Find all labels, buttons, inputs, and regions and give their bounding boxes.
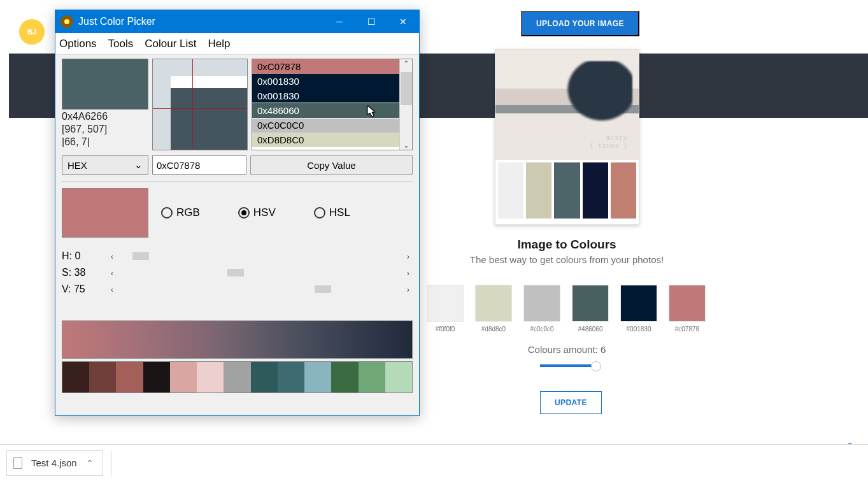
swatch-cell[interactable] (89, 362, 116, 392)
crosshair-h (153, 108, 247, 109)
colour-list-row[interactable]: 0xC0C0C0 (252, 118, 412, 133)
minimize-button[interactable]: ─ (324, 10, 355, 33)
preview-swatch (526, 162, 551, 219)
colours-amount-slider[interactable] (540, 364, 595, 367)
download-bar: Test 4.json ⌃ (0, 444, 868, 481)
menu-tools[interactable]: Tools (108, 38, 134, 50)
scroll-down-icon[interactable]: ⌄ (403, 141, 409, 150)
slider-right-icon[interactable]: › (404, 252, 413, 261)
palette-swatch (427, 285, 464, 322)
close-button[interactable]: ✕ (387, 10, 419, 33)
secondary-swatch (62, 188, 148, 238)
colour-list-row[interactable]: 0x486060 (252, 103, 412, 118)
palette-item[interactable]: #486060 (572, 285, 609, 333)
slider-track[interactable] (124, 251, 396, 261)
current-hex: 0x4A6266 (62, 111, 148, 122)
format-select[interactable]: HEX ⌄ (62, 155, 148, 175)
swatch-cell[interactable] (62, 362, 89, 392)
current-color-swatch (62, 59, 148, 110)
slider-right-icon[interactable]: › (404, 268, 413, 278)
palette-item[interactable]: #c0c0c0 (523, 285, 560, 333)
swatch-cell[interactable] (251, 362, 278, 392)
swatch-row[interactable] (62, 361, 413, 393)
scroll-up-icon[interactable]: ⌃ (403, 59, 409, 68)
download-separator (111, 450, 111, 476)
current-offset: |66, 7| (62, 136, 148, 148)
radio-hsv[interactable]: HSV (238, 206, 276, 219)
radio-rgb[interactable]: RGB (161, 206, 200, 219)
update-button[interactable]: UPDATE (540, 391, 602, 414)
page-subtitle: The best way to get colours from your ph… (427, 254, 707, 265)
file-icon (13, 457, 22, 469)
colour-list-scrollbar[interactable]: ⌃ ⌄ (399, 59, 412, 150)
colour-list-row[interactable]: 0xD8D8C0 (252, 133, 412, 147)
page-title: Image to Colours (427, 238, 707, 252)
slider-label: H: 0 (62, 250, 100, 262)
preview-swatch (611, 162, 636, 219)
menu-help[interactable]: Help (208, 38, 231, 50)
preview-swatches (495, 160, 639, 221)
upload-image-button[interactable]: UPLOAD YOUR IMAGE (521, 11, 639, 36)
palette-item[interactable]: #c07878 (669, 285, 706, 333)
download-chip[interactable]: Test 4.json ⌃ (6, 450, 103, 476)
slider-track[interactable] (124, 268, 396, 278)
current-coords: [967, 507] (62, 124, 148, 135)
slider-row[interactable]: S: 38 ‹ › (62, 264, 413, 281)
swatch-cell[interactable] (385, 362, 412, 392)
preview-swatch (583, 162, 608, 219)
colour-list[interactable]: 0xC078780x0018300x0018300x4860600xC0C0C0… (252, 59, 413, 150)
palette-hex-label: #d8d8c0 (475, 326, 512, 333)
format-select-value: HEX (68, 160, 87, 171)
palette-item[interactable]: #001830 (620, 285, 657, 333)
swatch-cell[interactable] (143, 362, 170, 392)
swatch-cell[interactable] (197, 362, 224, 392)
colour-list-row[interactable]: 0x001830 (252, 89, 412, 103)
scroll-thumb[interactable] (401, 72, 412, 105)
swatch-cell[interactable] (170, 362, 197, 392)
swatch-cell[interactable] (224, 362, 250, 392)
slider-left-icon[interactable]: ‹ (108, 268, 117, 278)
palette-item[interactable]: #d8d8c0 (475, 285, 512, 333)
jcp-body: 0x4A6266 [967, 507] |66, 7| 0xC078780x00… (55, 55, 419, 415)
palette-swatch (572, 285, 609, 322)
swatch-cell[interactable] (331, 362, 358, 392)
radio-hsl[interactable]: HSL (314, 206, 350, 219)
palette-item[interactable]: #f0f0f0 (427, 285, 464, 333)
swatch-cell[interactable] (116, 362, 143, 392)
heading-block: Image to Colours The best way to get col… (427, 238, 707, 265)
slider-left-icon[interactable]: ‹ (108, 252, 117, 261)
palette-hex-label: #486060 (572, 326, 609, 333)
palette-hex-label: #c0c0c0 (523, 326, 560, 333)
maximize-button[interactable]: ☐ (355, 10, 387, 33)
preview-image-caption: misty { tones } (590, 134, 627, 150)
preview-image: misty { tones } (495, 50, 639, 160)
colour-list-row[interactable]: 0x001830 (252, 74, 412, 89)
slider-row[interactable]: V: 75 ‹ › (62, 281, 413, 298)
chevron-up-icon[interactable]: ⌃ (86, 458, 94, 468)
crosshair-v (192, 59, 193, 150)
menu-options[interactable]: Options (59, 38, 97, 50)
slider-row[interactable]: H: 0 ‹ › (62, 248, 413, 264)
avatar[interactable]: BJ (19, 19, 45, 45)
hex-input[interactable] (152, 155, 246, 175)
preview-swatch (498, 162, 523, 219)
palette-hex-label: #001830 (620, 326, 657, 333)
chevron-down-icon: ⌄ (134, 159, 143, 171)
swatch-cell[interactable] (304, 362, 331, 392)
colour-list-row[interactable]: 0xC07878 (252, 59, 412, 74)
menu-colour-list[interactable]: Colour List (145, 38, 196, 50)
download-filename: Test 4.json (31, 457, 77, 468)
slider-left-icon[interactable]: ‹ (108, 285, 117, 294)
palette-hex-label: #c07878 (669, 326, 706, 333)
copy-value-button[interactable]: Copy Value (250, 155, 413, 175)
slider-right-icon[interactable]: › (404, 285, 413, 294)
image-preview-card: misty { tones } (495, 49, 639, 225)
swatch-cell[interactable] (278, 362, 304, 392)
palette-swatch (620, 285, 657, 322)
titlebar[interactable]: Just Color Picker ─ ☐ ✕ (55, 10, 419, 33)
gradient-bar[interactable] (62, 320, 413, 359)
extracted-palette: #f0f0f0 #d8d8c0 #c0c0c0 #486060 #001830 … (427, 285, 710, 333)
swatch-cell[interactable] (359, 362, 385, 392)
palette-hex-label: #f0f0f0 (427, 326, 464, 333)
slider-track[interactable] (124, 284, 396, 294)
